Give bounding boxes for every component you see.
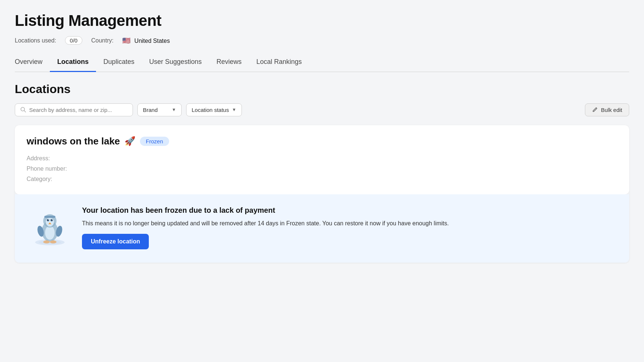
- location-card: windows on the lake 🚀 Frozen Address: Ph…: [15, 125, 629, 194]
- tab-locations[interactable]: Locations: [50, 54, 96, 72]
- frozen-notice-title: Your location has been frozen due to a l…: [82, 206, 449, 215]
- country-label: Country:: [91, 37, 113, 44]
- address-row: Address:: [27, 155, 617, 162]
- search-icon: [20, 107, 26, 113]
- frozen-status-badge: Frozen: [140, 137, 169, 146]
- search-input[interactable]: [29, 107, 127, 113]
- phone-row: Phone number:: [27, 165, 617, 172]
- search-input-wrap: [15, 103, 133, 116]
- location-status-filter[interactable]: Location status ▼: [186, 103, 242, 116]
- penguin-illustration: [30, 206, 70, 247]
- nav-tabs: Overview Locations Duplicates User Sugge…: [15, 54, 629, 72]
- location-status-chevron: ▼: [232, 107, 236, 112]
- country-flag: 🇺🇸: [122, 37, 130, 44]
- meta-row: Locations used: 0/0 Country: 🇺🇸 United S…: [15, 36, 629, 45]
- tab-user-suggestions[interactable]: User Suggestions: [142, 54, 209, 72]
- frozen-notice: Your location has been frozen due to a l…: [15, 194, 629, 263]
- svg-point-6: [46, 218, 54, 226]
- tab-local-rankings[interactable]: Local Rankings: [249, 54, 309, 72]
- svg-point-9: [48, 219, 49, 220]
- svg-point-10: [52, 219, 52, 220]
- bulk-edit-label: Bulk edit: [601, 107, 622, 113]
- locations-used-label: Locations used:: [15, 37, 56, 44]
- svg-rect-16: [44, 216, 55, 218]
- page-title: Listing Management: [15, 12, 629, 30]
- brand-filter-chevron: ▼: [172, 107, 176, 112]
- tab-overview[interactable]: Overview: [15, 54, 50, 72]
- bulk-edit-button[interactable]: Bulk edit: [585, 103, 629, 116]
- rocket-emoji: 🚀: [124, 136, 136, 146]
- svg-point-4: [45, 226, 55, 240]
- frozen-notice-content: Your location has been frozen due to a l…: [82, 206, 449, 249]
- location-status-label: Location status: [192, 107, 229, 113]
- svg-point-17: [39, 240, 61, 244]
- location-details: Address: Phone number: Category:: [27, 155, 617, 182]
- location-name-row: windows on the lake 🚀 Frozen: [27, 136, 617, 147]
- category-row: Category:: [27, 176, 617, 182]
- pencil-icon: [592, 107, 598, 113]
- tab-duplicates[interactable]: Duplicates: [96, 54, 142, 72]
- svg-line-1: [24, 111, 26, 112]
- location-card-wrapper: windows on the lake 🚀 Frozen Address: Ph…: [15, 125, 629, 263]
- frozen-notice-description: This means it is no longer being updated…: [82, 219, 449, 228]
- country-value: 🇺🇸 United States: [122, 37, 170, 45]
- unfreeze-location-button[interactable]: Unfreeze location: [82, 234, 149, 249]
- brand-filter[interactable]: Brand ▼: [137, 103, 182, 116]
- filters-row: Brand ▼ Location status ▼ Bulk edit: [15, 103, 629, 116]
- locations-section: Locations Brand ▼ Location status ▼: [15, 82, 629, 263]
- location-name: windows on the lake: [27, 136, 120, 147]
- svg-point-7: [47, 219, 49, 221]
- svg-point-8: [51, 219, 53, 221]
- country-name: United States: [134, 38, 170, 44]
- brand-filter-label: Brand: [143, 107, 158, 113]
- tab-reviews[interactable]: Reviews: [209, 54, 249, 72]
- section-title: Locations: [15, 82, 629, 96]
- locations-used-badge: 0/0: [65, 36, 82, 45]
